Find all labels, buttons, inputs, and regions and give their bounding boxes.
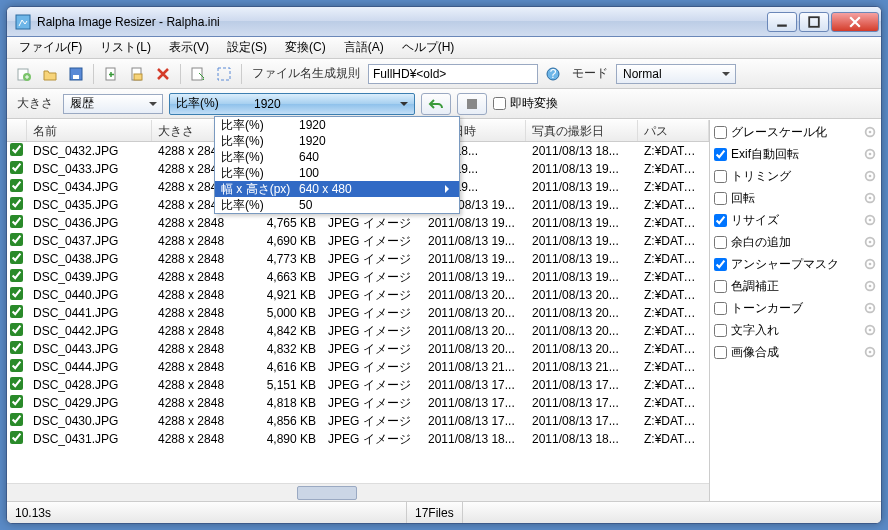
menu-item-1[interactable]: リスト(L) [92, 37, 159, 58]
row-checkbox[interactable] [10, 431, 23, 444]
menu-item-0[interactable]: ファイル(F) [11, 37, 90, 58]
operation-item[interactable]: 余白の追加 [712, 232, 879, 252]
operation-item[interactable]: 色調補正 [712, 276, 879, 296]
gear-icon[interactable] [863, 213, 877, 227]
operation-checkbox[interactable] [714, 258, 727, 271]
gear-icon[interactable] [863, 301, 877, 315]
gear-icon[interactable] [863, 191, 877, 205]
undo-button[interactable] [421, 93, 451, 115]
menu-item-2[interactable]: 表示(V) [161, 37, 217, 58]
table-row[interactable]: DSC_0437.JPG4288 x 28484,690 KBJPEG イメージ… [7, 232, 709, 250]
gear-icon[interactable] [863, 169, 877, 183]
add-file-icon[interactable] [100, 63, 122, 85]
operation-checkbox[interactable] [714, 302, 727, 315]
operation-item[interactable]: トリミング [712, 166, 879, 186]
menu-item-3[interactable]: 設定(S) [219, 37, 275, 58]
open-folder-icon[interactable] [39, 63, 61, 85]
gear-icon[interactable] [863, 279, 877, 293]
table-row[interactable]: DSC_0441.JPG4288 x 28485,000 KBJPEG イメージ… [7, 304, 709, 322]
row-checkbox[interactable] [10, 233, 23, 246]
operation-item[interactable]: 回転 [712, 188, 879, 208]
horizontal-scrollbar[interactable] [7, 483, 709, 501]
filename-rule-input[interactable] [368, 64, 538, 84]
operation-item[interactable]: アンシャープマスク [712, 254, 879, 274]
table-row[interactable]: DSC_0440.JPG4288 x 28484,921 KBJPEG イメージ… [7, 286, 709, 304]
operation-item[interactable]: グレースケール化 [712, 122, 879, 142]
fullscreen-icon[interactable] [213, 63, 235, 85]
add-folder-icon[interactable] [126, 63, 148, 85]
history-combo[interactable]: 履歴 [63, 94, 163, 114]
size-combo[interactable]: 比率(%) 1920 [169, 93, 415, 115]
dropdown-item[interactable]: 比率(%)640 [215, 149, 459, 165]
maximize-button[interactable] [799, 12, 829, 32]
column-header[interactable]: 名前 [27, 120, 152, 141]
row-checkbox[interactable] [10, 143, 23, 156]
operation-checkbox[interactable] [714, 236, 727, 249]
table-row[interactable]: DSC_0436.JPG4288 x 28484,765 KBJPEG イメージ… [7, 214, 709, 232]
row-checkbox[interactable] [10, 161, 23, 174]
gear-icon[interactable] [863, 235, 877, 249]
row-checkbox[interactable] [10, 287, 23, 300]
row-checkbox[interactable] [10, 413, 23, 426]
operation-item[interactable]: 画像合成 [712, 342, 879, 362]
table-row[interactable]: DSC_0431.JPG4288 x 28484,890 KBJPEG イメージ… [7, 430, 709, 448]
dropdown-item[interactable]: 比率(%)100 [215, 165, 459, 181]
table-row[interactable]: DSC_0429.JPG4288 x 28484,818 KBJPEG イメージ… [7, 394, 709, 412]
gear-icon[interactable] [863, 257, 877, 271]
column-header[interactable]: 写真の撮影日 [526, 120, 638, 141]
dropdown-item[interactable]: 幅 x 高さ(px)640 x 480 [215, 181, 459, 197]
row-checkbox[interactable] [10, 377, 23, 390]
operation-item[interactable]: リサイズ [712, 210, 879, 230]
row-checkbox[interactable] [10, 215, 23, 228]
table-row[interactable]: DSC_0430.JPG4288 x 28484,856 KBJPEG イメージ… [7, 412, 709, 430]
menu-item-4[interactable]: 変換(C) [277, 37, 334, 58]
table-row[interactable]: DSC_0428.JPG4288 x 28485,151 KBJPEG イメージ… [7, 376, 709, 394]
operation-checkbox[interactable] [714, 126, 727, 139]
operation-checkbox[interactable] [714, 346, 727, 359]
operation-checkbox[interactable] [714, 192, 727, 205]
row-checkbox[interactable] [10, 305, 23, 318]
help-icon[interactable]: ? [542, 63, 564, 85]
stop-button[interactable] [457, 93, 487, 115]
operation-checkbox[interactable] [714, 214, 727, 227]
row-checkbox[interactable] [10, 269, 23, 282]
size-dropdown[interactable]: 比率(%)1920比率(%)1920比率(%)640比率(%)100幅 x 高さ… [214, 116, 460, 214]
new-list-icon[interactable] [13, 63, 35, 85]
table-row[interactable]: DSC_0442.JPG4288 x 28484,842 KBJPEG イメージ… [7, 322, 709, 340]
column-header[interactable]: パス [638, 120, 709, 141]
save-icon[interactable] [65, 63, 87, 85]
scrollbar-thumb[interactable] [297, 486, 357, 500]
gear-icon[interactable] [863, 345, 877, 359]
row-checkbox[interactable] [10, 395, 23, 408]
row-checkbox[interactable] [10, 341, 23, 354]
close-button[interactable] [831, 12, 879, 32]
menu-item-6[interactable]: ヘルプ(H) [394, 37, 463, 58]
table-row[interactable]: DSC_0438.JPG4288 x 28484,773 KBJPEG イメージ… [7, 250, 709, 268]
operation-item[interactable]: 文字入れ [712, 320, 879, 340]
row-checkbox[interactable] [10, 197, 23, 210]
gear-icon[interactable] [863, 125, 877, 139]
operation-checkbox[interactable] [714, 170, 727, 183]
gear-icon[interactable] [863, 323, 877, 337]
menu-item-5[interactable]: 言語(A) [336, 37, 392, 58]
operation-item[interactable]: Exif自動回転 [712, 144, 879, 164]
table-row[interactable]: DSC_0439.JPG4288 x 28484,663 KBJPEG イメージ… [7, 268, 709, 286]
mode-combo[interactable]: Normal [616, 64, 736, 84]
row-checkbox[interactable] [10, 251, 23, 264]
table-row[interactable]: DSC_0443.JPG4288 x 28484,832 KBJPEG イメージ… [7, 340, 709, 358]
row-checkbox[interactable] [10, 179, 23, 192]
operation-item[interactable]: トーンカーブ [712, 298, 879, 318]
minimize-button[interactable] [767, 12, 797, 32]
row-checkbox[interactable] [10, 323, 23, 336]
operation-checkbox[interactable] [714, 280, 727, 293]
dropdown-item[interactable]: 比率(%)1920 [215, 133, 459, 149]
instant-convert-checkbox[interactable]: 即時変換 [493, 95, 558, 112]
run-icon[interactable] [187, 63, 209, 85]
operation-checkbox[interactable] [714, 324, 727, 337]
gear-icon[interactable] [863, 147, 877, 161]
dropdown-item[interactable]: 比率(%)50 [215, 197, 459, 213]
operation-checkbox[interactable] [714, 148, 727, 161]
row-checkbox[interactable] [10, 359, 23, 372]
dropdown-item[interactable]: 比率(%)1920 [215, 117, 459, 133]
remove-icon[interactable] [152, 63, 174, 85]
